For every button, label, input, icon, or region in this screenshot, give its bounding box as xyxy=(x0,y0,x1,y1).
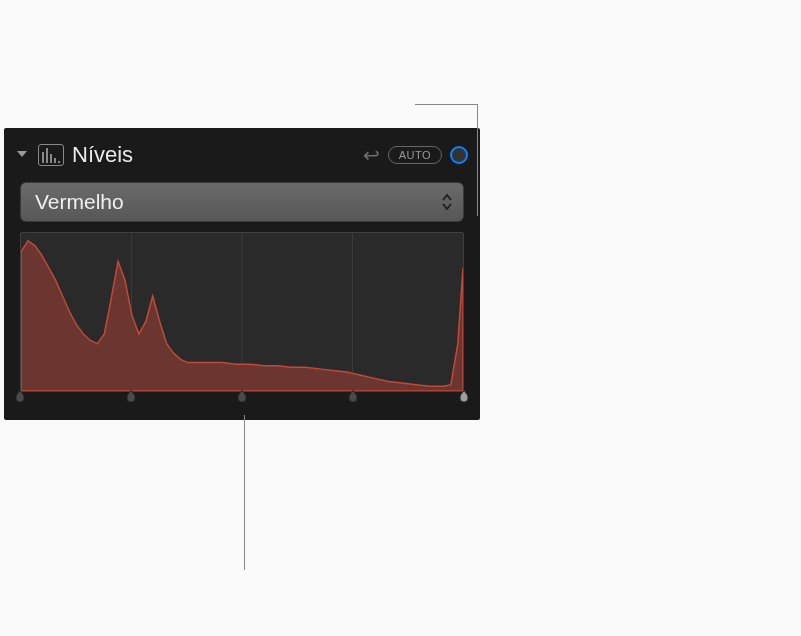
callout-line xyxy=(415,104,477,105)
chevron-up-down-icon xyxy=(441,193,453,211)
levels-handle[interactable] xyxy=(125,390,137,404)
levels-handle[interactable] xyxy=(236,390,248,404)
histogram-chart xyxy=(20,232,464,392)
panel-title: Níveis xyxy=(72,142,355,168)
handle-track xyxy=(20,390,464,404)
panel-header: Níveis ↩ AUTO xyxy=(16,138,468,172)
levels-panel: Níveis ↩ AUTO Vermelho xyxy=(4,128,480,420)
levels-handle[interactable] xyxy=(458,390,470,404)
callout-line xyxy=(244,415,245,570)
callout-line xyxy=(477,104,478,216)
channel-selected-label: Vermelho xyxy=(35,190,441,214)
histogram-container xyxy=(20,232,464,404)
levels-handle[interactable] xyxy=(14,390,26,404)
channel-popup-button[interactable]: Vermelho xyxy=(20,182,464,222)
disclosure-triangle-icon[interactable] xyxy=(16,147,30,163)
reset-button[interactable]: ↩ xyxy=(363,143,380,167)
enable-toggle[interactable] xyxy=(450,146,468,164)
levels-handle[interactable] xyxy=(347,390,359,404)
auto-button[interactable]: AUTO xyxy=(388,146,442,164)
levels-icon xyxy=(38,144,64,166)
